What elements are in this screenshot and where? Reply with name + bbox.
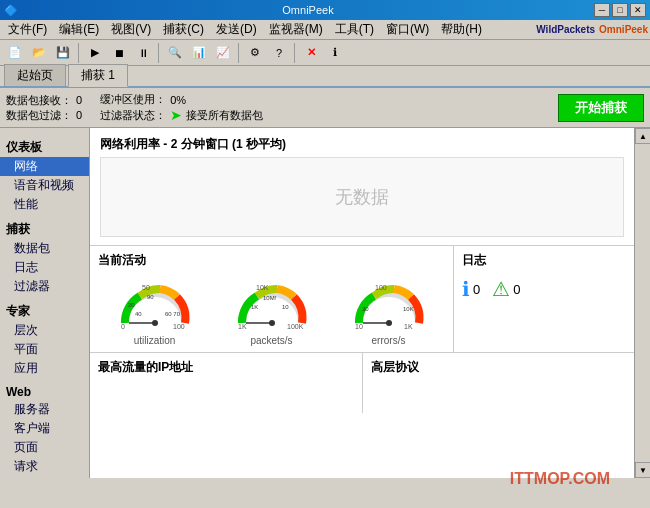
packets-dropped-value: 0 — [76, 109, 82, 121]
log-warn-count: 0 — [513, 282, 520, 297]
gauge-utilization: 0 50 100 40 60 70 90 20 utilization — [115, 273, 195, 346]
capture-button[interactable]: 开始捕获 — [558, 94, 644, 122]
tab-capture1[interactable]: 捕获 1 — [68, 64, 128, 87]
high-protocol-panel: 高层协议 — [363, 353, 635, 413]
toolbar-pause[interactable]: ⏸ — [132, 42, 154, 64]
close-button[interactable]: ✕ — [630, 3, 646, 17]
toolbar-options[interactable]: ⚙ — [244, 42, 266, 64]
separator1 — [78, 43, 80, 63]
top-ip-title: 最高流量的IP地址 — [98, 359, 354, 376]
scroll-up[interactable]: ▲ — [635, 128, 650, 144]
menu-window[interactable]: 窗口(W) — [380, 21, 435, 38]
svg-text:10: 10 — [355, 323, 363, 330]
scroll-background — [635, 144, 650, 462]
sidebar-scroll[interactable]: 仪表板 网络 语音和视频 性能 捕获 数据包 日志 过滤器 专家 层次 平面 应… — [0, 132, 89, 474]
svg-text:10: 10 — [282, 304, 289, 310]
sidebar-item-clients[interactable]: 客户端 — [0, 419, 89, 438]
sidebar-item-flat[interactable]: 平面 — [0, 340, 89, 359]
toolbar-graph[interactable]: 📈 — [212, 42, 234, 64]
log-title: 日志 — [462, 252, 626, 269]
gauge-packets-svg: 1K 10K 100K 1K 10M! 10 — [232, 273, 312, 333]
menu-monitor[interactable]: 监视器(M) — [263, 21, 329, 38]
filter-value: 接受所有数据包 — [186, 108, 263, 123]
menu-help[interactable]: 帮助(H) — [435, 21, 488, 38]
toolbar-capture[interactable]: ▶ — [84, 42, 106, 64]
log-warn-group: ⚠ 0 — [492, 277, 520, 301]
activity-row: 当前活动 — [90, 246, 634, 353]
toolbar-help[interactable]: ? — [268, 42, 290, 64]
svg-text:100K: 100K — [287, 323, 304, 330]
svg-point-18 — [386, 320, 392, 326]
chart-title: 网络利用率 - 2 分钟窗口 (1 秒平均) — [100, 136, 624, 153]
sidebar-item-perf[interactable]: 性能 — [0, 195, 89, 214]
sidebar-item-apps[interactable]: 应用 — [0, 359, 89, 378]
svg-text:50: 50 — [142, 284, 150, 291]
svg-text:90: 90 — [147, 294, 154, 300]
separator4 — [294, 43, 296, 63]
packets-received-label: 数据包接收： — [6, 93, 72, 108]
svg-text:60 70: 60 70 — [165, 311, 181, 317]
sidebar-item-layers[interactable]: 层次 — [0, 321, 89, 340]
maximize-button[interactable]: □ — [612, 3, 628, 17]
sidebar-item-network[interactable]: 网络 — [0, 157, 89, 176]
toolbar-new[interactable]: 📄 — [4, 42, 26, 64]
toolbar-filter[interactable]: 🔍 — [164, 42, 186, 64]
menu-tools[interactable]: 工具(T) — [329, 21, 380, 38]
sidebar-item-filter[interactable]: 过滤器 — [0, 277, 89, 296]
svg-text:1K: 1K — [238, 323, 247, 330]
network-utilization-section: 网络利用率 - 2 分钟窗口 (1 秒平均) 无数据 — [90, 128, 634, 246]
buffer-value: 0% — [170, 94, 186, 106]
status-bar: 数据包接收： 0 数据包过滤： 0 缓冲区使用： 0% 过滤器状态： ➤ 接受所… — [0, 88, 650, 128]
no-data-label: 无数据 — [335, 185, 389, 209]
scroll-down[interactable]: ▼ — [635, 462, 650, 478]
sidebar-item-packets[interactable]: 数据包 — [0, 239, 89, 258]
watermark: ITTMOP.COM — [510, 470, 610, 478]
svg-text:10K: 10K — [403, 306, 414, 312]
packet-stats: 数据包接收： 0 数据包过滤： 0 — [6, 93, 82, 123]
gauge-errors-svg: 10 100 1K 30 10K — [349, 273, 429, 333]
sidebar-item-servers[interactable]: 服务器 — [0, 400, 89, 419]
log-icons: ℹ 0 ⚠ 0 — [462, 273, 626, 305]
section-capture: 捕获 数据包 日志 过滤器 — [0, 220, 89, 296]
menu-view[interactable]: 视图(V) — [105, 21, 157, 38]
section-dashboard: 仪表板 网络 语音和视频 性能 — [0, 138, 89, 214]
sidebar-item-av[interactable]: 语音和视频 — [0, 176, 89, 195]
menu-file[interactable]: 文件(F) — [2, 21, 53, 38]
svg-text:40: 40 — [135, 311, 142, 317]
separator2 — [158, 43, 160, 63]
svg-text:100: 100 — [375, 284, 387, 291]
sidebar-item-requests[interactable]: 请求 — [0, 457, 89, 474]
title-bar: 🔷 OmniPeek ─ □ ✕ — [0, 0, 650, 20]
gauge-packets: 1K 10K 100K 1K 10M! 10 packets/s — [232, 273, 312, 346]
sidebar-item-log[interactable]: 日志 — [0, 258, 89, 277]
toolbar: 📄 📂 💾 ▶ ⏹ ⏸ 🔍 📊 📈 ⚙ ? ✕ ℹ — [0, 40, 650, 66]
toolbar-open[interactable]: 📂 — [28, 42, 50, 64]
tab-home[interactable]: 起始页 — [4, 64, 66, 86]
menu-capture[interactable]: 捕获(C) — [157, 21, 210, 38]
gauge-errors-label: errors/s — [372, 335, 406, 346]
toolbar-stop[interactable]: ⏹ — [108, 42, 130, 64]
svg-text:20: 20 — [128, 302, 135, 308]
chart-area: 无数据 — [100, 157, 624, 237]
svg-text:10K: 10K — [256, 284, 269, 291]
filter-arrow: ➤ — [170, 107, 182, 123]
menu-edit[interactable]: 编辑(E) — [53, 21, 105, 38]
menu-send[interactable]: 发送(D) — [210, 21, 263, 38]
gauges-container: 0 50 100 40 60 70 90 20 utilization — [98, 273, 445, 346]
brand-logo: WildPackets — [536, 24, 595, 35]
sidebar-item-pages[interactable]: 页面 — [0, 438, 89, 457]
top-ip-panel: 最高流量的IP地址 — [90, 353, 363, 413]
gauge-errors: 10 100 1K 30 10K errors/s — [349, 273, 429, 346]
current-activity-panel: 当前活动 — [90, 246, 454, 352]
minimize-button[interactable]: ─ — [594, 3, 610, 17]
svg-text:10M!: 10M! — [263, 295, 277, 301]
toolbar-save[interactable]: 💾 — [52, 42, 74, 64]
scroll-track[interactable]: ▲ ▼ — [634, 128, 650, 478]
toolbar-x[interactable]: ✕ — [300, 42, 322, 64]
bottom-row: 最高流量的IP地址 高层协议 — [90, 353, 634, 413]
toolbar-stats[interactable]: 📊 — [188, 42, 210, 64]
svg-text:1K: 1K — [251, 304, 258, 310]
toolbar-info[interactable]: ℹ — [324, 42, 346, 64]
packets-received-value: 0 — [76, 94, 82, 106]
sidebar: 仪表板 网络 语音和视频 性能 捕获 数据包 日志 过滤器 专家 层次 平面 应… — [0, 128, 90, 478]
